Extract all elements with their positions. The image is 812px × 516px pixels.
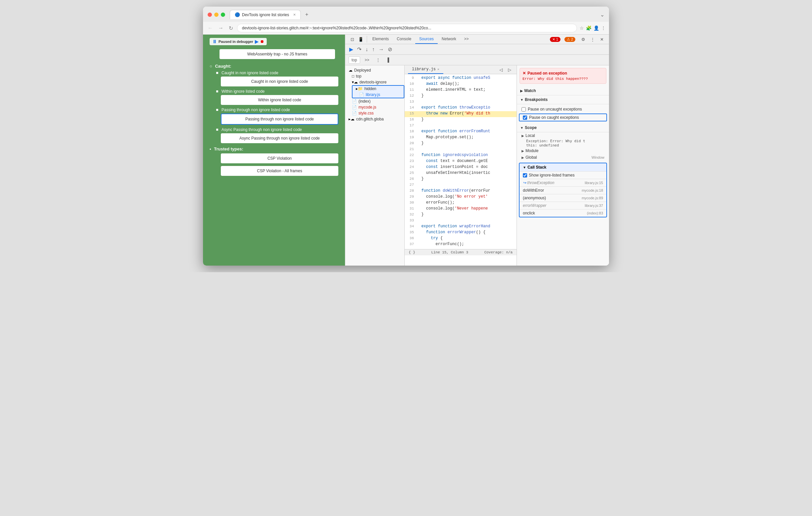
watch-header[interactable]: ▶ Watch <box>517 86 609 95</box>
cs-row-anonymous[interactable]: (anonymous) mycode.js:89 <box>520 194 606 202</box>
toggle-sidebar-button[interactable]: ▐ <box>384 56 391 64</box>
browser-tab[interactable]: 🔵 DevTools ignore list stories ✕ <box>230 10 301 19</box>
bullet-sq-icon <box>216 72 218 74</box>
caught-non-ignore-box[interactable]: Caught in non ignore listed code <box>221 77 338 86</box>
tab-elements[interactable]: Elements <box>368 35 393 44</box>
ft-deployed[interactable]: ☁ Deployed <box>345 67 404 73</box>
code-line-22: 22 function ignoredcspviolation <box>405 153 517 159</box>
menu-icon[interactable]: ⋮ <box>601 25 606 31</box>
tabs-bar: 🔵 DevTools ignore list stories ✕ + ⌄ <box>230 10 604 19</box>
show-ignore-checkbox[interactable] <box>523 173 527 178</box>
code-line-28: 28 function doWithError(errorFur <box>405 188 517 194</box>
new-tab-button[interactable]: + <box>303 11 310 18</box>
extensions-icon[interactable]: 🧩 <box>586 25 591 31</box>
nav-menu-button[interactable]: ⋮ <box>374 56 382 64</box>
source-nav-prev-icon[interactable]: ◁ <box>497 66 505 73</box>
warn-badge: ⚠ 2 <box>564 37 575 42</box>
ft-top[interactable]: □ top <box>345 73 404 79</box>
module-arrow-icon[interactable]: ▶ <box>522 149 524 153</box>
code-line-9: 9 export async function unsafeS <box>405 75 517 82</box>
code-line-11: 11 element.innerHTML = text; <box>405 87 517 93</box>
tab-overflow-icon[interactable]: ⌄ <box>600 11 604 18</box>
ft-index[interactable]: 📄 (index) <box>345 98 404 104</box>
passing-non-ignore-box[interactable]: Passing through non ignore listed code <box>221 114 338 125</box>
breakpoints-section: Pause on uncaught exceptions Pause on ca… <box>517 104 609 123</box>
source-tab-library[interactable]: library.js ✕ <box>408 65 443 74</box>
format-icon[interactable]: { } <box>409 250 415 254</box>
ft-cdn[interactable]: ▸☁ cdn.glitch.globa <box>345 116 404 122</box>
step-button[interactable]: → <box>377 46 385 53</box>
code-line-27: 27 <box>405 182 517 188</box>
browser-window: 🔵 DevTools ignore list stories ✕ + ⌄ ← →… <box>203 7 609 266</box>
close-devtools-icon[interactable]: ✕ <box>598 36 606 43</box>
scope-header[interactable]: ▼ Scope <box>517 123 609 132</box>
code-line-12: 12 } <box>405 93 517 99</box>
breakpoints-header[interactable]: ▼ Breakpoints <box>517 95 609 104</box>
url-input[interactable] <box>237 24 577 32</box>
code-line-14: 14 export function throwExceptio <box>405 105 517 111</box>
within-ignore-box[interactable]: Within ignore listed code <box>221 95 338 105</box>
step-icon[interactable]: ▶ <box>255 39 258 44</box>
reload-button[interactable]: ↻ <box>227 24 234 32</box>
step-out-button[interactable]: ↑ <box>371 46 376 53</box>
step-over-button[interactable]: ↷ <box>356 45 363 53</box>
more-nav-button[interactable]: >> <box>362 57 372 63</box>
ft-devtools-ignore[interactable]: ▾☁ devtools-ignore <box>345 79 404 85</box>
main-content: ⏸ Paused in debugger ▶ ⏺ WebAssembly tra… <box>203 35 609 266</box>
minimize-button[interactable] <box>214 12 219 17</box>
code-line-20: 20 } <box>405 141 517 147</box>
ft-cdn-icon: ▸☁ <box>349 117 354 121</box>
sources-nav: top >> ⋮ ▐ <box>345 55 609 65</box>
step-into-button[interactable]: ↓ <box>364 46 369 53</box>
wasm-text: WebAssembly trap - no JS frames <box>247 52 307 56</box>
cs-arrow-icon: ↪ <box>523 180 527 185</box>
tab-sources[interactable]: Sources <box>415 35 438 44</box>
tab-network[interactable]: Network <box>438 35 460 44</box>
ft-library-file[interactable]: 📄 library.js <box>352 92 404 98</box>
code-line-19: 19 Map.prototype.set(); <box>405 135 517 141</box>
ft-style[interactable]: 📄 style.css <box>345 110 404 116</box>
pause-caught-checkbox[interactable] <box>523 116 527 120</box>
wasm-box: WebAssembly trap - no JS frames <box>220 49 335 59</box>
call-stack-section: ▼ Call Stack Show ignore-listed frames <box>519 163 607 217</box>
cs-row-doWithError[interactable]: doWithError mycode.js:18 <box>520 186 606 194</box>
status-bar: { } Line 15, Column 3 Coverage: n/a <box>405 249 517 255</box>
cs-row-throwException[interactable]: ↪ throwException library.js:15 <box>520 179 606 186</box>
more-icon[interactable]: ⋮ <box>588 36 597 43</box>
tab-close-icon[interactable]: ✕ <box>293 13 296 17</box>
ft-hidden-folder[interactable]: ▸📁 hidden <box>352 86 404 92</box>
record-icon[interactable]: ⏺ <box>260 39 264 44</box>
tab-more[interactable]: >> <box>460 35 473 44</box>
call-stack-header[interactable]: ▼ Call Stack <box>520 163 606 171</box>
devtools-device-icon[interactable]: 📱 <box>356 36 366 43</box>
maximize-button[interactable] <box>221 12 225 17</box>
back-button[interactable]: ← <box>206 24 214 32</box>
tab-console[interactable]: Console <box>393 35 415 44</box>
local-arrow-icon[interactable]: ▶ <box>522 134 524 138</box>
bookmark-icon[interactable]: ☆ <box>580 25 584 31</box>
forward-button[interactable]: → <box>217 24 225 32</box>
deactivate-breakpoints-button[interactable]: ⊘ <box>386 45 394 53</box>
exception-detail: Exception: Error: Why did t <box>517 139 609 143</box>
code-line-34: 34 export function wrapErrorHand <box>405 224 517 230</box>
page-nav-button[interactable]: top <box>349 56 360 64</box>
source-tab-close-icon[interactable]: ✕ <box>437 67 439 71</box>
debug-toolbar: ▶ ↷ ↓ ↑ → ⊘ <box>345 44 609 55</box>
source-nav-next-icon[interactable]: ▷ <box>506 66 513 73</box>
csp-violation-box[interactable]: CSP Violation <box>221 153 338 163</box>
resume-button[interactable]: ▶ <box>348 45 354 53</box>
ft-mycode[interactable]: 📄 mycode.js <box>345 104 404 110</box>
bullet-sq-icon2 <box>216 90 218 92</box>
settings-icon[interactable]: ⚙ <box>579 36 587 43</box>
profile-icon[interactable]: 👤 <box>593 25 599 31</box>
cs-row-onclick[interactable]: onclick (index):83 <box>520 209 606 217</box>
csp-violation-all-box[interactable]: CSP Violation - All frames <box>221 166 338 176</box>
trusted-types-label: • Trusted types: <box>210 147 338 151</box>
devtools-icons-right: ⚙ ⋮ ✕ <box>579 36 606 43</box>
pause-uncaught-checkbox[interactable] <box>522 107 526 112</box>
cs-row-errorWrapper[interactable]: errorWrapper library.js:37 <box>520 202 606 209</box>
close-button[interactable] <box>208 12 212 17</box>
devtools-inspect-icon[interactable]: ⊡ <box>349 36 356 43</box>
global-arrow-icon[interactable]: ▶ <box>522 156 524 159</box>
async-passing-box[interactable]: Async Passing through non ignore listed … <box>221 133 338 143</box>
